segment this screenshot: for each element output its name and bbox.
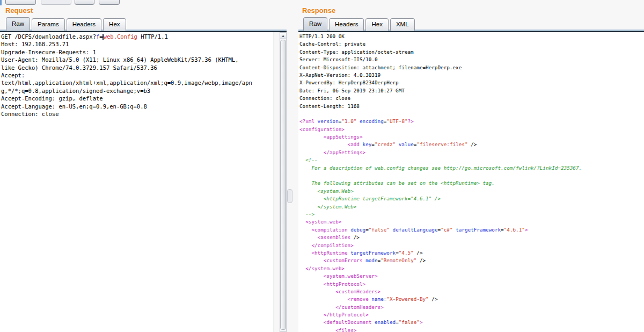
code-line: Connection: close (299, 95, 644, 102)
response-tab-bar: Raw Headers Hex XML (303, 18, 415, 31)
pane-splitter-grip[interactable] (287, 189, 292, 203)
code-line: Accept: (1, 71, 274, 79)
code-line: <system.webServer> (299, 272, 644, 280)
code-line: </system.web> (299, 265, 644, 272)
request-tab-hex[interactable]: Hex (103, 18, 126, 31)
response-tab-hex[interactable]: Hex (365, 18, 388, 31)
code-line: <add key="credz" value="fileserve:files"… (299, 141, 644, 148)
code-line: Accept-Encoding: gzip, deflate (1, 95, 274, 102)
code-line: GET /DCFS/downloadfile.aspx?f=web.Config… (1, 33, 274, 40)
code-line: The following attributes can be set on t… (299, 179, 644, 187)
toolbar-button-3-cutoff[interactable] (75, 0, 94, 5)
code-line: <httpRuntime targetFramework="4.6.1" /> (299, 195, 644, 203)
request-tab-headers[interactable]: Headers (67, 18, 101, 31)
response-pane-title: Response (302, 6, 335, 15)
code-line: Connection: close (1, 110, 274, 118)
code-line: Upgrade-Insecure-Requests: 1 (1, 48, 274, 56)
code-line: g,*/*;q=0.8,application/signed-exchange;… (1, 87, 274, 95)
request-editor-border (0, 31, 287, 32)
code-line: </system.Web> (299, 203, 644, 211)
code-line (299, 172, 644, 179)
response-editor-border (298, 31, 644, 32)
code-line: X-PoweredBy: HerpDerp8234DerpHerp (299, 79, 644, 86)
code-line: </appSettings> (299, 149, 644, 156)
code-line: For a description of web.config changes … (299, 164, 644, 172)
code-line: <!-- (299, 156, 644, 164)
code-line: </customHeaders> (299, 304, 644, 311)
code-line: <defaultDocument enabled="false"> (299, 319, 644, 326)
code-line: <configuration> (299, 126, 644, 133)
code-line: like Gecko) Chrome/74.0.3729.157 Safari/… (1, 64, 274, 71)
code-line: <httpProtocol> (299, 280, 644, 288)
code-line: Cache-Control: private (299, 40, 644, 48)
code-line: User-Agent: Mozilla/5.0 (X11; Linux x86_… (1, 56, 274, 63)
code-line: Server: Microsoft-IIS/10.0 (299, 56, 644, 63)
request-scrollbar-thumb[interactable] (280, 40, 286, 330)
code-line: </httpProtocol> (299, 311, 644, 319)
code-line (299, 110, 644, 118)
toolbar-button-4-cutoff[interactable] (99, 0, 120, 5)
request-editor[interactable]: GET /DCFS/downloadfile.aspx?f=web.Config… (0, 32, 274, 332)
response-tab-headers[interactable]: Headers (329, 18, 364, 31)
code-line: Content-Disposition: attachment; filenam… (299, 64, 644, 71)
code-line: <httpRuntime targetFramework="4.5" /> (299, 249, 644, 257)
code-line: <system.web> (299, 218, 644, 226)
code-line: X-AspNet-Version: 4.0.30319 (299, 71, 644, 79)
code-line: </compilation> (299, 242, 644, 249)
code-line: HTTP/1.1 200 OK (299, 33, 644, 40)
code-line: <system.Web> (299, 187, 644, 195)
response-tab-xml[interactable]: XML (390, 18, 415, 31)
code-line: <customHeaders> (299, 288, 644, 295)
code-line: Content-Length: 1168 (299, 103, 644, 110)
code-line: Date: Fri, 06 Sep 2019 23:10:27 GMT (299, 87, 644, 95)
request-tab-params[interactable]: Params (32, 18, 65, 31)
code-line: Host: 192.168.253.71 (1, 40, 274, 48)
request-tab-raw[interactable]: Raw (6, 17, 30, 31)
code-line: Accept-Language: en-US,en;q=0.9,en-GB;q=… (1, 103, 274, 110)
code-line: text/html,application/xhtml+xml,applicat… (1, 79, 274, 86)
code-line: <?xml version="1.0" encoding="UTF-8"?> (299, 118, 644, 125)
toolbar-button-2-cutoff[interactable] (41, 0, 71, 5)
code-line: --> (299, 211, 644, 218)
request-tab-bar: Raw Params Headers Hex (6, 18, 126, 31)
code-line: <compilation debug="false" defaultLangua… (299, 226, 644, 234)
code-line: Content-Type: application/octet-stream (299, 48, 644, 56)
request-scrollbar[interactable]: ▲ (280, 32, 287, 332)
code-line: <assemblies /> (299, 234, 644, 241)
request-pane-title: Request (5, 6, 33, 15)
code-line: <appSettings> (299, 133, 644, 141)
scroll-up-arrow-icon[interactable]: ▲ (280, 33, 286, 39)
response-editor[interactable]: HTTP/1.1 200 OKCache-Control: privateCon… (298, 32, 644, 332)
cutoff-blue-element (0, 0, 2, 5)
code-line: <remove name="X-Powered-By" /> (299, 295, 644, 303)
toolbar-button-1-cutoff[interactable] (5, 0, 36, 5)
response-tab-raw[interactable]: Raw (303, 17, 327, 31)
code-line: <customErrors mode="RemoteOnly" /> (299, 257, 644, 264)
code-line: <files> (299, 327, 644, 332)
